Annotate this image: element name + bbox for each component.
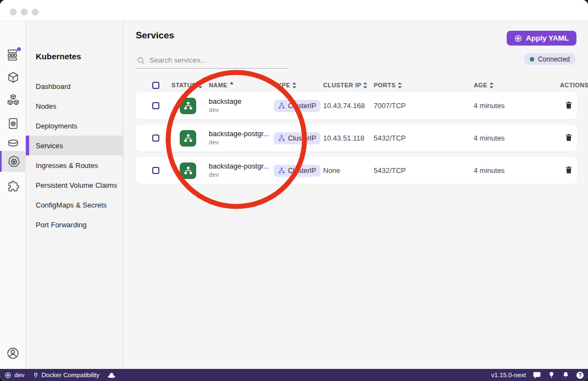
sidebar-item-nodes[interactable]: Nodes (26, 96, 123, 116)
app-window: Kubernetes Dashboard Nodes Deployments S… (0, 0, 588, 381)
sort-icon (489, 82, 494, 88)
volumes-icon (7, 137, 20, 150)
sort-asc-icon (229, 81, 234, 86)
search-icon (137, 57, 145, 65)
sidebar-title: Kubernetes (36, 52, 81, 61)
images-icon (7, 117, 20, 130)
type-badge: ClusterIP (274, 165, 320, 177)
service-name: backstage-postgr... (209, 162, 274, 171)
table-header: STATUS NAME TYPE CLUSTER IP PORTS AGE (136, 77, 577, 93)
delete-button[interactable] (560, 99, 577, 113)
sitemap-icon (183, 133, 193, 143)
select-all-checkbox[interactable] (152, 82, 159, 89)
sort-icon (292, 82, 297, 88)
kube-context-item[interactable]: dev (4, 372, 25, 379)
app-version: v1.15.0-next (491, 372, 526, 378)
type-label: ClusterIP (288, 135, 316, 142)
pods-icon (6, 93, 20, 108)
containers-cube-icon (7, 71, 20, 84)
podman-machine-item[interactable] (107, 372, 116, 378)
ports: 5432/TCP (374, 134, 474, 142)
service-name: backstage (209, 97, 274, 106)
service-status-icon (180, 98, 196, 114)
sidebar: Kubernetes Dashboard Nodes Deployments S… (26, 21, 124, 369)
sidebar-item-port-forwarding[interactable]: Port Forwarding (26, 215, 123, 234)
age: 4 minutes (474, 102, 560, 110)
column-header-type[interactable]: TYPE (274, 82, 323, 88)
table-row[interactable]: backstage dev ClusterIP 10.43.74.168 700… (136, 92, 577, 119)
type-badge: ClusterIP (274, 132, 320, 144)
column-header-cluster-ip[interactable]: CLUSTER IP (323, 82, 374, 88)
rail-item-account[interactable] (0, 343, 26, 363)
sidebar-item-ingresses[interactable]: Ingresses & Routes (26, 155, 123, 175)
sidebar-item-dashboard[interactable]: Dashboard (26, 76, 123, 96)
feedback-bubble-icon[interactable] (533, 372, 541, 379)
ports: 7007/TCP (374, 102, 474, 110)
row-checkbox[interactable] (152, 102, 159, 109)
sidebar-item-services[interactable]: Services (26, 136, 123, 155)
plug-icon (32, 372, 39, 379)
cluster-ip-icon (278, 167, 285, 174)
cluster-ip: 10.43.74.168 (323, 102, 374, 110)
rail-item-pods[interactable] (0, 90, 26, 111)
kube-context-label: dev (14, 372, 25, 378)
type-badge: ClusterIP (274, 100, 320, 112)
lightbulb-icon[interactable] (548, 371, 555, 379)
column-header-name[interactable]: NAME (209, 81, 274, 89)
service-name-cell: backstage dev (209, 97, 274, 114)
search-field (136, 53, 289, 69)
kube-wheel-icon (514, 35, 522, 42)
minimize-button[interactable] (21, 9, 27, 15)
help-icon[interactable] (576, 372, 584, 379)
delete-button[interactable] (560, 164, 577, 177)
bell-icon[interactable] (562, 371, 569, 379)
status-bar: dev Docker Compatibility v1.15.0-next (0, 369, 588, 381)
podman-hat-icon (107, 372, 116, 378)
rail-item-images[interactable] (0, 113, 26, 134)
apply-yaml-button[interactable]: Apply YAML (507, 31, 576, 46)
statusbar-right: v1.15.0-next (491, 371, 584, 379)
titlebar (0, 0, 588, 21)
rail-item-kubernetes[interactable] (0, 151, 26, 172)
sidebar-item-deployments[interactable]: Deployments (26, 116, 123, 136)
apply-yaml-label: Apply YAML (526, 34, 569, 42)
type-label: ClusterIP (288, 102, 316, 110)
zoom-button[interactable] (32, 9, 38, 15)
sidebar-nav: Dashboard Nodes Deployments Services Ing… (26, 76, 123, 234)
age: 4 minutes (474, 134, 560, 142)
icon-rail (0, 21, 26, 369)
connected-badge: Connected (524, 53, 576, 65)
rail-item-extensions[interactable] (0, 176, 26, 197)
type-label: ClusterIP (288, 167, 316, 175)
age: 4 minutes (474, 166, 560, 175)
column-header-ports[interactable]: PORTS (374, 82, 474, 88)
kubernetes-icon (7, 155, 21, 169)
row-checkbox[interactable] (152, 167, 159, 174)
table-row[interactable]: backstage-postgr... dev ClusterIP None 5… (136, 157, 577, 184)
trash-icon (564, 100, 573, 110)
close-button[interactable] (10, 9, 16, 15)
rail-item-dashboard[interactable] (0, 44, 26, 65)
row-checkbox[interactable] (152, 135, 159, 142)
trash-icon (564, 165, 573, 175)
service-status-icon (180, 163, 196, 179)
docker-compatibility-item[interactable]: Docker Compatibility (32, 372, 99, 379)
service-name: backstage-postgr... (209, 130, 274, 138)
service-name-cell: backstage-postgr... dev (209, 130, 274, 147)
sort-icon (397, 82, 402, 88)
sidebar-item-configmaps[interactable]: ConfigMaps & Secrets (26, 195, 123, 215)
sidebar-item-pvc[interactable]: Persistent Volume Claims (26, 175, 123, 195)
cluster-ip-icon (278, 135, 285, 142)
sort-icon (363, 82, 368, 88)
delete-button[interactable] (560, 132, 577, 145)
service-name-cell: backstage-postgr... dev (209, 162, 274, 179)
column-header-age[interactable]: AGE (474, 82, 560, 88)
sitemap-icon (183, 165, 193, 176)
search-input[interactable] (136, 53, 289, 68)
table-row[interactable]: backstage-postgr... dev ClusterIP 10.43.… (136, 125, 577, 152)
column-header-status[interactable]: STATUS (171, 82, 209, 88)
extensions-puzzle-icon (7, 180, 20, 193)
rail-item-containers[interactable] (0, 67, 26, 88)
account-icon (6, 346, 20, 360)
trash-icon (564, 133, 573, 142)
